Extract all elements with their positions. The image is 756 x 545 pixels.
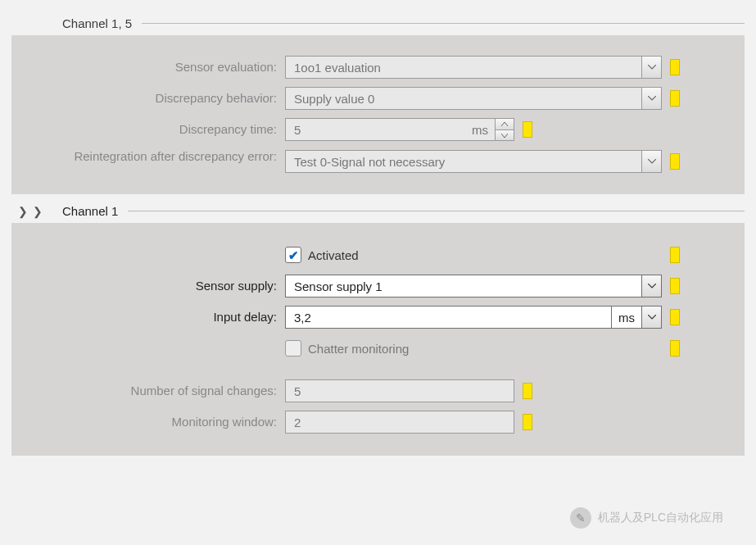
unit-segment: ms [611, 307, 641, 328]
row-sensor-supply: Sensor supply: Sensor supply 1 [23, 274, 733, 298]
section-title: Channel 1, 5 [62, 16, 142, 30]
status-marker [670, 90, 680, 107]
row-discrepancy-behavior: Discrepancy behavior: Supply value 0 [23, 86, 733, 111]
chevron-down-icon[interactable] [641, 275, 661, 297]
label-signal-changes: Number of signal changes: [23, 384, 285, 399]
status-marker [523, 121, 532, 138]
spinner[interactable] [495, 119, 514, 140]
label-sensor-evaluation: Sensor evaluation: [23, 60, 285, 75]
check-icon: ✔ [288, 249, 299, 261]
checkbox-label: Activated [308, 248, 359, 262]
label-sensor-supply: Sensor supply: [23, 279, 285, 294]
divider [142, 23, 745, 24]
checkbox-box [285, 340, 301, 357]
checkbox-box: ✔ [285, 247, 301, 263]
row-monitoring-window: Monitoring window: 2 [23, 410, 733, 434]
chevron-down-icon[interactable] [641, 307, 661, 328]
checkbox-chatter-monitoring[interactable]: Chatter monitoring [285, 340, 409, 357]
select-sensor-supply[interactable]: Sensor supply 1 [285, 275, 662, 297]
select-value: Test 0-Signal not necessary [294, 155, 641, 169]
status-marker [670, 278, 680, 294]
chevron-down-icon[interactable] [641, 151, 661, 172]
input-value: 5 [286, 123, 464, 137]
input-signal-changes[interactable]: 5 [285, 379, 514, 402]
unit-label: ms [464, 123, 495, 137]
input-monitoring-window[interactable]: 2 [285, 411, 514, 434]
section-title: Channel 1 [62, 204, 128, 218]
row-discrepancy-time: Discrepancy time: 5 ms [23, 117, 733, 142]
section-header-channel-1: ❯❯ Channel 1 [0, 201, 756, 221]
input-discrepancy-time[interactable]: 5 ms [285, 118, 514, 141]
label-monitoring-window: Monitoring window: [23, 415, 285, 430]
label-input-delay: Input delay: [23, 310, 285, 325]
checkbox-label: Chatter monitoring [308, 342, 409, 356]
status-marker [670, 309, 680, 325]
select-value: Sensor supply 1 [294, 279, 641, 293]
panel-channel-1-5: Sensor evaluation: 1oo1 evaluation Discr… [11, 35, 745, 194]
label-discrepancy-behavior: Discrepancy behavior: [23, 91, 285, 107]
input-value: 2 [294, 416, 301, 429]
label-reintegration: Reintegration after discrepancy error: [23, 148, 285, 165]
select-reintegration[interactable]: Test 0-Signal not necessary [285, 150, 662, 173]
select-value: 1oo1 evaluation [294, 61, 641, 75]
select-sensor-evaluation[interactable]: 1oo1 evaluation [285, 56, 662, 79]
select-discrepancy-behavior[interactable]: Supply value 0 [285, 87, 662, 110]
select-value: 3,2 [294, 311, 611, 325]
divider [128, 211, 745, 211]
row-input-delay: Input delay: 3,2 ms [23, 305, 733, 329]
row-reintegration: Reintegration after discrepancy error: T… [23, 148, 733, 173]
label-discrepancy-time: Discrepancy time: [23, 122, 285, 138]
status-marker [670, 340, 680, 357]
status-marker [670, 59, 680, 75]
status-marker [523, 414, 532, 430]
row-chatter-monitoring: Chatter monitoring [23, 336, 733, 361]
row-signal-changes: Number of signal changes: 5 [23, 379, 733, 403]
chevron-down-icon[interactable] [641, 57, 661, 78]
checkbox-activated[interactable]: ✔ Activated [285, 247, 359, 263]
row-activated: ✔ Activated [23, 243, 733, 267]
status-marker [523, 383, 532, 399]
status-marker [670, 247, 680, 263]
expand-chevrons-icon[interactable]: ❯❯ [13, 205, 62, 218]
status-marker [670, 153, 680, 170]
input-value: 5 [294, 384, 301, 398]
section-header-channel-1-5: Channel 1, 5 [0, 13, 756, 34]
select-value: Supply value 0 [294, 92, 641, 106]
select-input-delay[interactable]: 3,2 ms [285, 306, 662, 329]
unit-label: ms [612, 311, 641, 325]
spinner-down-icon[interactable] [496, 129, 514, 140]
row-sensor-evaluation: Sensor evaluation: 1oo1 evaluation [23, 55, 733, 79]
panel-channel-1: ✔ Activated Sensor supply: Sensor supply… [11, 223, 745, 456]
chevron-down-icon[interactable] [641, 88, 661, 109]
spinner-up-icon[interactable] [496, 119, 514, 129]
